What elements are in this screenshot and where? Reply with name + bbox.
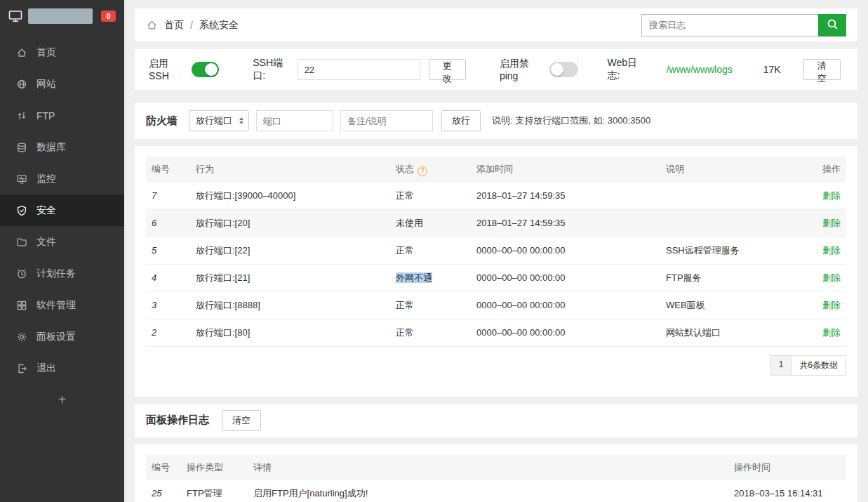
ping-toggle[interactable]: [549, 62, 577, 77]
cell-action: 放行端口:[8888]: [190, 291, 390, 319]
sidebar-item-database[interactable]: 数据库: [0, 131, 124, 163]
cell-action: 放行端口:[80]: [190, 319, 390, 346]
ping-toggle-label: 启用禁ping: [500, 58, 542, 81]
globe-icon: [16, 79, 27, 90]
change-port-button[interactable]: 更改: [429, 59, 466, 80]
sidebar-item-label: 安全: [36, 204, 56, 217]
status-badge: 外网不通: [396, 272, 432, 283]
search-icon: [827, 18, 839, 32]
logs-clear-button[interactable]: 清空: [222, 410, 261, 431]
column-header-id: 编号: [146, 455, 181, 480]
sidebar-item-label: 网站: [36, 78, 56, 91]
pagination: 1 共6条数据: [146, 355, 846, 376]
sidebar-item-cron[interactable]: 计划任务: [0, 258, 124, 289]
action-select[interactable]: 放行端口: [189, 110, 249, 131]
cell-id: 4: [146, 264, 190, 291]
status-badge: 未使用: [396, 218, 423, 228]
sidebar-item-label: 计划任务: [36, 267, 76, 280]
sidebar-item-monitor[interactable]: 监控: [0, 163, 124, 194]
table-header-row: 编号 行为 状态? 添加时间 说明 操作: [146, 157, 846, 183]
breadcrumb-home-icon[interactable]: [146, 19, 158, 31]
divider: [577, 59, 578, 80]
sidebar-item-files[interactable]: 文件: [0, 226, 124, 258]
cell-detail: 启用FTP用户[naturling]成功!: [248, 480, 728, 502]
table-row: 3 放行端口:[8888] 正常 0000–00–00 00:00:00 WEB…: [146, 291, 846, 319]
ssh-toggle[interactable]: [192, 62, 219, 77]
weblog-path[interactable]: /www/wwwlogs: [667, 64, 733, 75]
cell-id: 5: [146, 237, 190, 264]
sidebar-item-home[interactable]: 首页: [0, 37, 124, 68]
search-input[interactable]: [641, 14, 818, 37]
cell-status: 外网不通: [390, 264, 471, 291]
sidebar-item-software[interactable]: 软件管理: [0, 289, 124, 321]
delete-link[interactable]: 删除: [822, 300, 841, 310]
port-input[interactable]: [256, 110, 333, 131]
cell-note: 网站默认端口: [660, 319, 811, 346]
breadcrumb-home[interactable]: 首页: [164, 19, 184, 32]
column-header-type: 操作类型: [181, 455, 248, 480]
notification-badge[interactable]: 0: [101, 11, 116, 22]
page-button[interactable]: 1: [770, 355, 792, 376]
cell-status: 正常: [390, 291, 471, 319]
top-bar: 首页 / 系统安全: [135, 8, 857, 41]
delete-link[interactable]: 删除: [822, 272, 841, 283]
cell-type: FTP管理: [181, 480, 248, 502]
table-row: 2 放行端口:[80] 正常 0000–00–00 00:00:00 网站默认端…: [146, 319, 846, 346]
monitor-chart-icon: [16, 173, 27, 185]
sidebar-logo-row: 0: [0, 0, 124, 31]
cell-id: 2: [146, 319, 190, 346]
cell-op: 删除: [811, 264, 846, 291]
sidebar-item-label: 软件管理: [36, 299, 76, 312]
table-row: 5 放行端口:[22] 正常 0000–00–00 00:00:00 SSH远程…: [146, 237, 846, 264]
sidebar-item-website[interactable]: 网站: [0, 68, 124, 100]
ssh-port-label: SSH端口:: [253, 57, 291, 82]
apps-grid-icon: [16, 300, 27, 311]
weblog-clear-button[interactable]: 清空: [803, 59, 841, 80]
sidebar-item-logout[interactable]: 退出: [0, 352, 124, 384]
help-icon[interactable]: ?: [418, 166, 427, 176]
logs-header: 面板操作日志 清空: [135, 404, 857, 437]
cell-action: 放行端口:[22]: [190, 237, 390, 264]
delete-link[interactable]: 删除: [822, 327, 841, 338]
status-header-label: 状态: [396, 164, 414, 174]
logs-table-card: 编号 操作类型 详情 操作时间 25 FTP管理 启用FTP用户[naturli…: [135, 444, 857, 502]
sidebar: 0 首页 网站 FTP 数据库: [0, 0, 124, 502]
add-button[interactable]: +: [0, 384, 124, 416]
delete-link[interactable]: 删除: [822, 218, 841, 228]
breadcrumb-separator: /: [190, 20, 193, 31]
cell-time: 0000–00–00 00:00:00: [471, 237, 660, 264]
cell-time: 2018–01–27 14:59:35: [471, 209, 660, 237]
clock-icon: [16, 268, 27, 279]
delete-link[interactable]: 删除: [822, 245, 841, 256]
logout-icon: [16, 363, 27, 374]
allow-button[interactable]: 放行: [441, 110, 481, 131]
ssh-port-input[interactable]: [298, 59, 420, 80]
folder-icon: [16, 237, 27, 248]
cell-id: 7: [146, 183, 190, 210]
weblog-label: Web日志:: [608, 57, 646, 82]
ssh-toggle-label: 启用SSH: [149, 58, 185, 81]
column-header-action: 行为: [190, 157, 390, 183]
weblog-size: 17K: [763, 64, 781, 75]
breadcrumb: 首页 / 系统安全: [146, 19, 239, 32]
cell-time: 2018–03–15 16:14:31: [728, 480, 846, 502]
cell-status: 正常: [390, 237, 471, 264]
note-input[interactable]: [340, 110, 433, 131]
cell-note: SSH远程管理服务: [660, 237, 811, 264]
table-row: 6 放行端口:[20] 未使用 2018–01–27 14:59:35 删除: [146, 209, 846, 237]
column-header-id: 编号: [146, 157, 190, 183]
sidebar-item-settings[interactable]: 面板设置: [0, 321, 124, 352]
search-button[interactable]: [818, 14, 846, 37]
column-header-status: 状态?: [390, 157, 471, 183]
page-summary: 共6条数据: [791, 355, 846, 376]
breadcrumb-current: 系统安全: [199, 19, 239, 32]
sidebar-item-label: 数据库: [36, 141, 66, 154]
sidebar-item-ftp[interactable]: FTP: [0, 100, 124, 131]
cell-note: WEB面板: [660, 291, 811, 319]
sidebar-item-security[interactable]: 安全: [0, 194, 124, 226]
transfer-icon: [16, 110, 27, 121]
table-row: 25 FTP管理 启用FTP用户[naturling]成功! 2018–03–1…: [146, 480, 846, 502]
cell-status: 正常: [390, 319, 471, 346]
monitor-logo-icon: [8, 10, 22, 22]
delete-link[interactable]: 删除: [822, 190, 841, 201]
